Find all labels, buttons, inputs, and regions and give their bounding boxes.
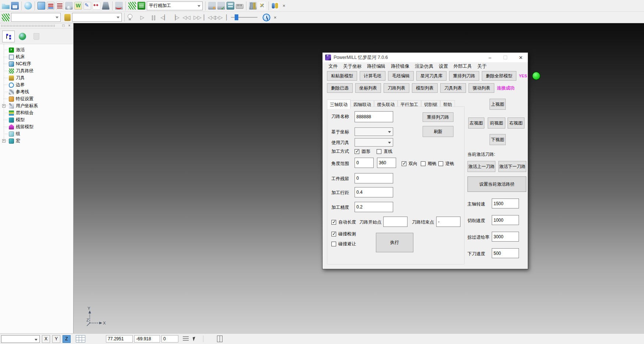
cross-arrows-icon[interactable]: [258, 2, 266, 10]
drag-grip[interactable]: [1, 25, 55, 27]
tool-spark-icon[interactable]: [208, 2, 216, 10]
grid-toggle-icon[interactable]: [76, 335, 85, 343]
tab-web[interactable]: [16, 31, 29, 42]
panel-header[interactable]: [0, 23, 73, 29]
toolholder-icon[interactable]: [102, 2, 110, 10]
shaded-view-icon[interactable]: [24, 2, 32, 10]
view-top-button[interactable]: 上视图: [490, 99, 506, 110]
rewind-icon[interactable]: [182, 14, 191, 20]
axis-y-button[interactable]: Y: [52, 335, 60, 343]
delete-selected-button[interactable]: 删除已选: [327, 83, 353, 93]
close-pane-icon[interactable]: [67, 24, 72, 28]
model-list-button[interactable]: 模型列表: [412, 83, 438, 93]
collision-check-icon[interactable]: [115, 2, 123, 10]
coordinate-z-field[interactable]: [161, 335, 178, 343]
split-view-icon[interactable]: [217, 336, 223, 342]
angle-start-input[interactable]: [355, 158, 374, 168]
step-back-icon[interactable]: [160, 14, 169, 20]
view-right-button[interactable]: 右视图: [508, 117, 524, 129]
expand-icon[interactable]: [2, 104, 6, 108]
collision-detect-checkbox[interactable]: [331, 232, 336, 236]
bidirectional-checkbox[interactable]: [402, 161, 406, 166]
collision-avoid-checkbox[interactable]: [331, 242, 336, 246]
view-front-button[interactable]: 前视图: [488, 117, 505, 129]
sim-toolbar-close-icon[interactable]: [272, 14, 278, 21]
activate-prev-toolpath-button[interactable]: 激活上一刀路: [467, 161, 495, 172]
angle-end-input[interactable]: [377, 158, 396, 168]
toolpath-name-input[interactable]: [355, 111, 393, 122]
clock-icon[interactable]: [263, 14, 270, 21]
view-preset-select[interactable]: [1, 335, 40, 343]
open-project-icon[interactable]: [2, 2, 10, 10]
menu-render-sim[interactable]: 渲染仿真: [415, 63, 433, 70]
strategy-list-icon[interactable]: [138, 2, 145, 10]
block-icon[interactable]: [38, 2, 45, 10]
save-project-icon[interactable]: [11, 2, 19, 10]
step-forward-icon[interactable]: [171, 14, 180, 20]
axis-z-button[interactable]: Z: [63, 335, 71, 343]
menu-external-tools[interactable]: 外部工具: [453, 63, 472, 70]
toolpath-spring-icon[interactable]: [2, 14, 10, 21]
skip-to-start-icon[interactable]: [204, 14, 213, 20]
list-toggle-icon[interactable]: [183, 336, 189, 341]
climb-mill-checkbox[interactable]: [421, 161, 426, 166]
restore-pane-icon[interactable]: [61, 24, 66, 28]
set-active-path-button[interactable]: 设置当前激活路径: [467, 176, 526, 192]
tree-item-feature-sets[interactable]: 特征设置: [2, 95, 73, 102]
create-boundary-icon[interactable]: [74, 2, 82, 10]
tree-item-nc-program[interactable]: NC程序: [2, 60, 73, 67]
minimize-button[interactable]: [484, 53, 496, 62]
menu-path-mirror[interactable]: 路径镜像: [391, 63, 409, 70]
tool-list-button[interactable]: 刀具列表: [440, 83, 466, 93]
circle-mode-checkbox[interactable]: [355, 149, 359, 154]
activate-next-toolpath-button[interactable]: 激活下一刀路: [498, 161, 526, 172]
tree-item-tools[interactable]: 刀具: [2, 74, 73, 81]
coordinate-x-field[interactable]: [106, 335, 133, 343]
calculate-stock-button[interactable]: 计算毛坯: [360, 71, 385, 81]
create-tool-icon[interactable]: [65, 2, 73, 10]
expand-icon[interactable]: [2, 139, 6, 143]
tree-item-machine[interactable]: 机床: [2, 53, 73, 60]
tree-item-patterns[interactable]: 参考线: [2, 88, 73, 95]
toolpath-spring-icon[interactable]: [128, 2, 136, 10]
tolerance-input[interactable]: [355, 202, 393, 212]
coordinate-y-field[interactable]: [134, 335, 160, 343]
stock-edit-button[interactable]: 毛坯编辑: [388, 71, 414, 81]
tab-3axis[interactable]: 三轴联动: [327, 99, 351, 109]
tool-pair-icon[interactable]: [249, 2, 257, 10]
spindle-speed-input[interactable]: [492, 199, 519, 208]
view-left-button[interactable]: 左视图: [468, 117, 484, 129]
based-coordinate-select[interactable]: [355, 127, 393, 136]
toolpath-strategy-icon[interactable]: [47, 2, 54, 10]
fast-forward-icon[interactable]: [193, 14, 202, 20]
calculator-icon[interactable]: [227, 2, 234, 10]
stock-allowance-input[interactable]: [355, 173, 393, 183]
menu-settings[interactable]: 设置: [439, 63, 448, 70]
tree-item-boundaries[interactable]: 边界: [2, 81, 73, 88]
paste-new-model-button[interactable]: 粘贴新模型: [327, 71, 357, 81]
tree-item-workplanes[interactable]: 用户坐标系: [2, 102, 73, 109]
tree-item-stock-models[interactable]: 残留模型: [2, 123, 73, 130]
tree-item-models[interactable]: 模型: [2, 116, 73, 123]
tab-explorer-tree[interactable]: [2, 31, 15, 42]
path-start-input[interactable]: [383, 217, 408, 227]
plunge-feed-input[interactable]: [492, 248, 519, 258]
line-mode-checkbox[interactable]: [377, 149, 381, 154]
refresh-button[interactable]: 刷新: [423, 126, 453, 137]
tool-check-icon[interactable]: [217, 2, 225, 10]
rearrange-toolpaths-button-2[interactable]: 重排列刀路: [423, 112, 453, 122]
skip-to-end-icon[interactable]: [215, 14, 224, 20]
tool-icon[interactable]: [64, 14, 71, 21]
execute-button[interactable]: 执行: [376, 233, 413, 252]
tree-item-levels[interactable]: 层和组合: [2, 109, 73, 116]
tree-item-groups[interactable]: 组: [2, 130, 73, 137]
menu-about[interactable]: 关于: [477, 63, 487, 70]
use-tool-select[interactable]: [355, 138, 393, 147]
dialog-titlebar[interactable]: PowerMILL 忆梦星河 7.0.6: [323, 53, 528, 62]
axis-x-button[interactable]: X: [42, 335, 50, 343]
tree-item-activate[interactable]: 激活: [2, 46, 73, 53]
sim-tool-select[interactable]: [72, 13, 122, 22]
pause-icon[interactable]: [149, 14, 158, 20]
create-pattern-icon[interactable]: [83, 2, 91, 10]
ruler-icon[interactable]: [236, 4, 243, 9]
